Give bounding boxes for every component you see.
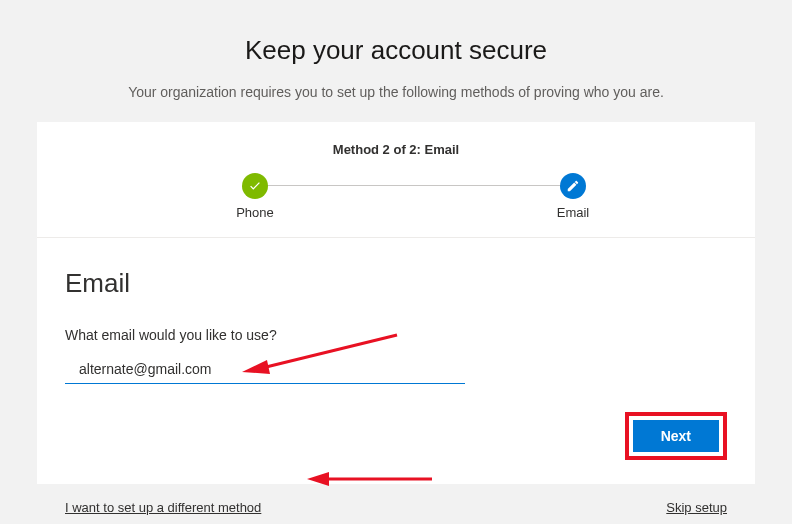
step-phone-label: Phone bbox=[215, 205, 295, 220]
card-footer: I want to set up a different method Skip… bbox=[37, 484, 755, 524]
progress-steps: Phone Email bbox=[67, 173, 725, 223]
step-phone: Phone bbox=[215, 173, 295, 220]
next-button[interactable]: Next bbox=[633, 420, 719, 452]
email-prompt: What email would you like to use? bbox=[65, 327, 727, 343]
checkmark-icon bbox=[242, 173, 268, 199]
different-method-link[interactable]: I want to set up a different method bbox=[65, 500, 261, 515]
progress-line bbox=[257, 185, 565, 186]
section-heading: Email bbox=[65, 268, 727, 299]
actions-row: Next bbox=[65, 412, 727, 460]
email-body: Email What email would you like to use? … bbox=[37, 238, 755, 484]
pencil-icon bbox=[560, 173, 586, 199]
next-highlight: Next bbox=[625, 412, 727, 460]
page-subtitle: Your organization requires you to set up… bbox=[0, 84, 792, 122]
progress-section: Method 2 of 2: Email Phone Email bbox=[37, 122, 755, 238]
skip-setup-link[interactable]: Skip setup bbox=[666, 500, 727, 515]
method-count-label: Method 2 of 2: Email bbox=[67, 142, 725, 157]
email-input[interactable] bbox=[65, 355, 465, 384]
page-title: Keep your account secure bbox=[0, 0, 792, 84]
step-email: Email bbox=[533, 173, 613, 220]
step-email-label: Email bbox=[533, 205, 613, 220]
setup-card: Method 2 of 2: Email Phone Email Email W… bbox=[37, 122, 755, 524]
